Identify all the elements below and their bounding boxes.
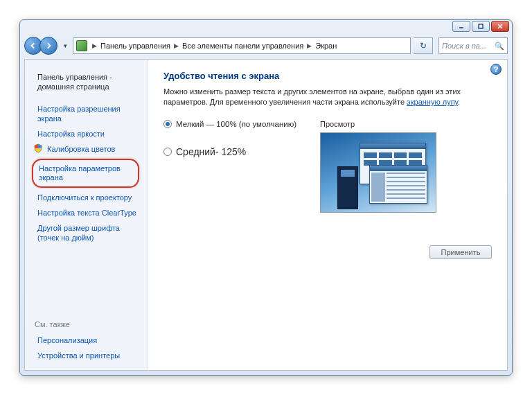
refresh-button[interactable]: ↻	[414, 37, 433, 54]
sidebar-item-calibration[interactable]: Калибровка цветов	[35, 141, 139, 157]
sidebar-item-devices[interactable]: Устройства и принтеры	[35, 348, 139, 363]
radio-icon	[163, 120, 172, 128]
page-title: Удобство чтения с экрана	[163, 71, 492, 81]
chevron-right-icon: ▶	[172, 42, 181, 49]
page-description: Можно изменить размер текста и других эл…	[163, 87, 492, 107]
sidebar: Панель управления - домашняя страница На…	[25, 60, 148, 370]
breadcrumb-item[interactable]: Все элементы панели управления	[181, 42, 305, 50]
search-placeholder: Поиск в па...	[442, 42, 486, 50]
chevron-right-icon: ▶	[90, 42, 99, 49]
radio-label: Средний- 125%	[176, 146, 246, 157]
see-also-heading: См. также	[35, 320, 139, 328]
preview-label: Просмотр	[320, 120, 436, 128]
radio-label: Мелкий — 100% (по умолчанию)	[176, 120, 296, 128]
control-panel-icon	[76, 40, 87, 51]
navbar: ▾ ▶ Панель управления ▶ Все элементы пан…	[24, 34, 508, 58]
sidebar-item-dpi[interactable]: Другой размер шрифта (точек на дюйм)	[35, 220, 139, 245]
shield-icon	[33, 143, 43, 153]
maximize-button[interactable]	[472, 21, 490, 32]
content-pane: ? Удобство чтения с экрана Можно изменит…	[148, 60, 507, 370]
nav-forward-button[interactable]	[39, 37, 57, 55]
minimize-button[interactable]	[452, 21, 470, 32]
address-bar[interactable]: ▶ Панель управления ▶ Все элементы панел…	[73, 37, 411, 54]
radio-option-small[interactable]: Мелкий — 100% (по умолчанию)	[163, 120, 302, 128]
sidebar-item-projector[interactable]: Подключиться к проектору	[35, 190, 139, 205]
titlebar	[20, 20, 512, 34]
preview-image	[320, 132, 436, 213]
help-icon[interactable]: ?	[490, 64, 502, 75]
sidebar-item-brightness[interactable]: Настройка яркости	[35, 126, 139, 141]
control-panel-window: ▾ ▶ Панель управления ▶ Все элементы пан…	[19, 19, 513, 376]
sidebar-item-display-settings[interactable]: Настройка параметров экрана	[32, 159, 139, 188]
chevron-right-icon: ▶	[305, 42, 314, 49]
search-input[interactable]: Поиск в па... 🔍	[438, 37, 508, 54]
breadcrumb-item[interactable]: Панель управления	[99, 42, 172, 50]
breadcrumb-item[interactable]: Экран	[314, 42, 338, 50]
nav-history-dropdown[interactable]: ▾	[60, 42, 70, 49]
sidebar-item-cleartype[interactable]: Настройка текста ClearType	[35, 205, 139, 220]
magnifier-link[interactable]: экранную лупу	[407, 98, 458, 106]
sidebar-item-personalization[interactable]: Персонализация	[35, 333, 139, 348]
apply-button[interactable]: Применить	[429, 245, 492, 259]
radio-option-medium[interactable]: Средний- 125%	[163, 146, 302, 157]
close-button[interactable]	[491, 21, 509, 32]
radio-icon	[163, 148, 172, 156]
search-icon: 🔍	[495, 42, 504, 51]
svg-rect-1	[479, 24, 483, 28]
sidebar-item-resolution[interactable]: Настройка разрешения экрана	[35, 101, 139, 126]
sidebar-home-link[interactable]: Панель управления - домашняя страница	[35, 69, 139, 94]
